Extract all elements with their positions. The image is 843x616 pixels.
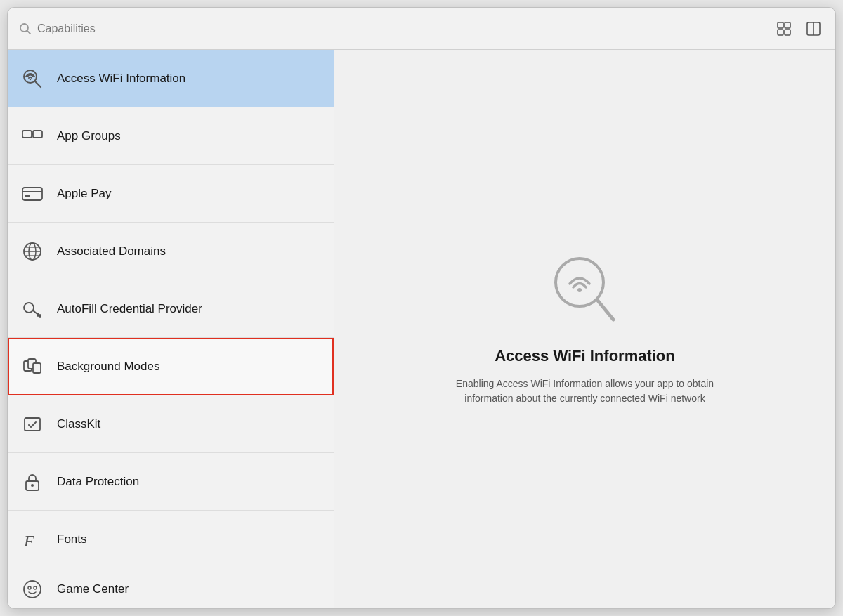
search-input[interactable] [37,22,178,35]
svg-point-9 [30,78,31,79]
sidebar-item-label: AutoFill Credential Provider [57,302,202,316]
sidebar-item-label: ClassKit [57,417,100,431]
svg-point-35 [34,586,37,589]
svg-point-34 [28,586,31,589]
app-groups-icon [19,123,46,150]
svg-rect-5 [785,30,790,35]
sidebar-item-label: Access WiFi Information [57,72,185,86]
classkit-icon [19,411,46,438]
detail-icon [550,253,620,330]
svg-rect-2 [778,22,783,28]
svg-point-33 [24,581,41,598]
wifi-search-icon [19,65,46,92]
svg-rect-4 [778,30,783,35]
fonts-icon: F [19,526,46,553]
detail-description: Enabling Access WiFi Information allows … [438,376,733,406]
toolbar [8,8,835,50]
content-area: Access WiFi Information App Groups [8,50,835,608]
capabilities-window: Access WiFi Information App Groups [7,7,836,609]
svg-point-31 [31,484,34,487]
svg-point-37 [577,288,582,292]
apple-pay-icon [19,181,46,207]
sidebar-item-app-groups[interactable]: App Groups [8,107,334,165]
detail-title: Access WiFi Information [495,347,675,365]
sidebar-item-classkit[interactable]: ClassKit [8,395,334,453]
sidebar-item-label: App Groups [57,129,121,143]
sidebar-item-background-modes[interactable]: Background Modes [8,338,334,395]
svg-rect-11 [22,131,32,138]
svg-rect-3 [785,22,790,28]
svg-line-1 [27,30,30,33]
sidebar-item-associated-domains[interactable]: Associated Domains [8,223,334,280]
grid-view-button[interactable] [773,18,795,39]
sidebar-item-label: Data Protection [57,475,139,489]
toolbar-actions [773,18,824,39]
split-icon [806,21,821,37]
sidebar: Access WiFi Information App Groups [8,50,334,608]
split-view-button[interactable] [803,18,824,39]
sidebar-item-label: Apple Pay [57,187,112,201]
lock-icon [19,468,46,495]
svg-rect-29 [25,418,40,431]
sidebar-item-access-wifi[interactable]: Access WiFi Information [8,50,334,107]
sidebar-item-label: Background Modes [57,360,159,374]
svg-text:F: F [23,532,34,550]
sidebar-item-data-protection[interactable]: Data Protection [8,453,334,511]
svg-line-38 [598,301,613,320]
sidebar-item-apple-pay[interactable]: Apple Pay [8,165,334,223]
sidebar-item-label: Associated Domains [57,244,166,258]
sidebar-item-fonts[interactable]: F Fonts [8,511,334,568]
svg-rect-14 [22,188,42,200]
svg-rect-12 [33,131,42,138]
svg-point-22 [24,303,34,313]
main-content: Access WiFi Information Enabling Access … [334,50,835,608]
grid-icon [776,21,792,37]
svg-line-10 [35,81,41,87]
game-center-icon [19,576,46,603]
sidebar-item-label: Game Center [57,582,129,596]
globe-icon [19,238,46,265]
key-icon [19,296,46,322]
sidebar-item-autofill[interactable]: AutoFill Credential Provider [8,280,334,338]
sidebar-item-game-center[interactable]: Game Center [8,568,334,608]
search-icon [19,22,32,35]
svg-rect-28 [33,363,41,373]
sidebar-item-label: Fonts [57,532,87,546]
background-modes-icon [19,353,46,380]
search-bar [19,22,773,35]
svg-rect-16 [25,195,30,197]
